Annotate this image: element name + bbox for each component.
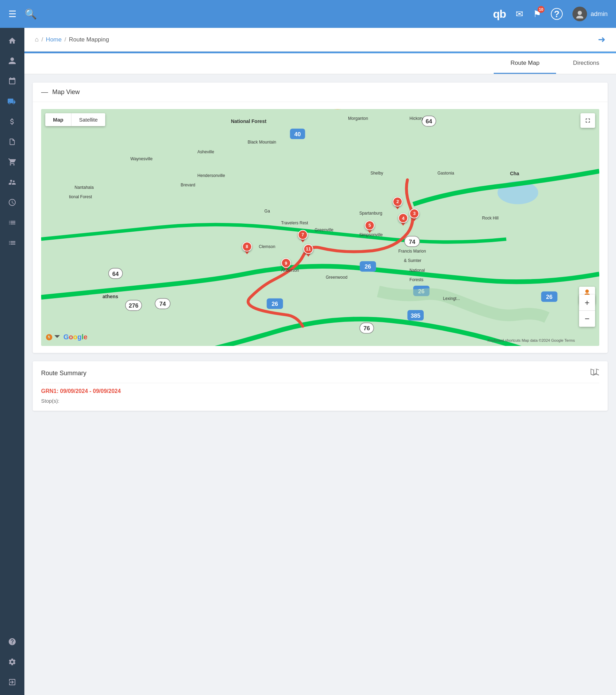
tab-route-map[interactable]: Route Map [494,53,556,74]
route-id-date: GRN1: 09/09/2024 - 09/09/2024 [41,388,599,394]
notification-count: 10 [538,6,545,13]
svg-text:26: 26 [365,263,371,270]
sidebar-item-truck[interactable] [2,92,23,111]
mail-icon[interactable]: ✉ [516,9,523,20]
sidebar-item-person-check[interactable] [2,173,23,192]
sidebar-item-list1[interactable] [2,213,23,232]
route-pin-3[interactable]: 3 [409,209,419,221]
sidebar [0,28,24,695]
route-summary-map-icon[interactable] [590,368,599,378]
route-summary: Route Summary GRN1: 09/09/2024 - 09/09/2… [33,361,608,411]
tab-bar: Route Map Directions [24,53,616,74]
sidebar-item-document[interactable] [2,132,23,151]
svg-text:385: 385 [411,312,421,319]
breadcrumb-home-link[interactable]: Home [46,36,62,43]
route-pin-2[interactable]: 2 [393,197,402,209]
search-icon[interactable]: 🔍 [25,8,37,20]
route-pin-7[interactable]: 7 [298,230,308,242]
breadcrumb-current: Route Mapping [69,36,109,43]
map-view-title: Map View [52,88,80,96]
svg-text:76: 76 [363,325,370,332]
sidebar-item-person[interactable] [2,52,23,70]
map-section-header: — Map View [33,83,608,102]
map-watermark: Google [46,333,87,341]
map-roads-svg: 40 40 321 321 74 74 26 [41,109,599,346]
map-container[interactable]: 40 40 321 321 74 74 26 [41,109,599,346]
route-pin-4[interactable]: 4 [398,213,408,226]
map-zoom-controls: + − [579,295,595,327]
breadcrumb-bar: ⌂ / Home / Route Mapping ➜ [24,28,616,52]
svg-text:74: 74 [409,239,415,245]
help-icon[interactable]: ? [551,8,563,20]
home-icon: ⌂ [35,36,39,43]
map-footer-text: Keyboard shortcuts Map data ©2024 Google… [487,338,575,342]
svg-point-0 [578,11,582,15]
stops-label: Stop(s): [41,398,599,404]
sidebar-item-list2[interactable] [2,233,23,252]
login-icon[interactable]: ➜ [598,34,606,45]
navbar-right: qb ✉ ⚑ 10 ? admin [493,7,608,21]
zoom-in-btn[interactable]: + [579,295,595,311]
svg-text:64: 64 [426,118,432,125]
sidebar-item-logout[interactable] [2,673,23,692]
top-navbar: ☰ 🔍 qb ✉ ⚑ 10 ? admin [0,0,616,28]
qb-logo: qb [493,8,506,21]
collapse-icon[interactable]: — [41,88,48,96]
sidebar-item-dollar[interactable] [2,112,23,131]
sidebar-item-settings[interactable] [2,652,23,671]
zoom-out-btn[interactable]: − [579,311,595,327]
sidebar-item-help[interactable] [2,632,23,651]
route-pin-8[interactable]: 8 [242,242,252,254]
route-pin-11[interactable]: 11 [303,244,313,257]
svg-text:26: 26 [272,301,278,307]
google-logo: Google [63,333,87,341]
breadcrumb-sep1: / [41,36,43,43]
map-fullscreen-btn[interactable] [580,113,595,128]
route-pin-5[interactable]: 5 [365,221,375,233]
app-layout: ⌂ / Home / Route Mapping ➜ Route Map Dir… [0,28,616,695]
user-name: admin [591,10,608,18]
breadcrumb: ⌂ / Home / Route Mapping [35,36,109,43]
map-type-map-btn[interactable]: Map [45,113,71,126]
sidebar-item-calendar[interactable] [2,72,23,91]
tab-directions[interactable]: Directions [556,53,616,74]
user-section[interactable]: admin [572,7,608,21]
navbar-left: ☰ 🔍 [8,8,37,20]
sidebar-item-home[interactable] [2,31,23,50]
svg-text:276: 276 [129,302,138,309]
menu-icon[interactable]: ☰ [8,9,16,20]
route-pin-9[interactable]: 9 [281,258,291,271]
breadcrumb-sep2: / [64,36,66,43]
map-type-control: Map Satellite [45,113,105,126]
svg-text:74: 74 [159,301,166,307]
map-type-satellite-btn[interactable]: Satellite [71,113,105,126]
sidebar-item-cart[interactable] [2,153,23,171]
notification-wrapper[interactable]: ⚑ 10 [533,9,541,20]
route-summary-title: Route Summary [41,370,86,377]
map-section: — Map View [33,83,608,353]
map-background: 40 40 321 321 74 74 26 [41,109,599,346]
svg-text:26: 26 [546,294,553,300]
svg-text:64: 64 [112,271,119,277]
sidebar-item-clock[interactable] [2,193,23,212]
route-summary-header: Route Summary [41,368,599,383]
svg-point-1 [576,16,583,18]
svg-point-48 [585,289,589,293]
main-content: ⌂ / Home / Route Mapping ➜ Route Map Dir… [24,28,616,695]
avatar [572,7,587,21]
svg-text:40: 40 [294,131,301,138]
